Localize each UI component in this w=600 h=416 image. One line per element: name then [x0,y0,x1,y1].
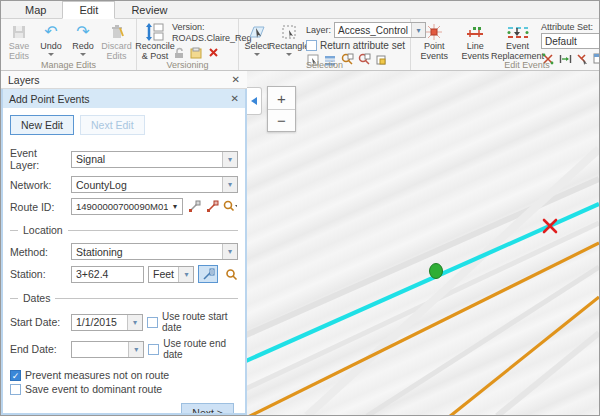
method-combobox[interactable]: Stationing ▾ [71,243,238,260]
use-route-start-date-label: Use route start date [162,311,238,333]
tab-edit[interactable]: Edit [62,1,115,19]
event-replacement-icon [506,22,530,42]
group-label-edit-events: Edit Events [411,60,600,70]
start-date-input[interactable]: 1/1/2015 ▾ [71,314,143,331]
start-date-label: Start Date: [10,316,67,328]
select-cursor-icon [248,22,266,42]
zoom-to-route-icon[interactable] [223,200,237,213]
undo-button[interactable]: ↶ Undo [36,21,66,57]
return-attribute-checkbox[interactable] [306,40,317,51]
line-events-button[interactable]: Line Events [456,21,494,63]
group-manage-edits: Save Edits ↶ Undo ↷ Redo Discard Edits M… [1,19,137,70]
event-layer-dropdown-arrow[interactable]: ▾ [222,152,237,167]
prevent-measures-label: Prevent measures not on route [25,369,169,381]
layer-label: Layer: [306,25,331,35]
end-date-input[interactable]: ▾ [71,341,144,358]
map-view[interactable]: + − [247,71,599,415]
route-id-combobox[interactable]: 14900000700090M01 ▾ [71,198,183,215]
map-zoom-control: + − [267,86,296,132]
group-edit-events: Point Events Line Events Event Replaceme… [411,19,600,70]
add-point-events-header: Add Point Events ✕ [3,89,245,108]
select-route-icon[interactable] [187,200,201,213]
point-event-marker[interactable] [430,264,443,279]
redo-icon: ↷ [76,22,89,42]
attribute-set-label: Attribute Set: [541,22,600,32]
prevent-measures-checkbox[interactable]: ✓ [10,370,21,381]
end-date-dropdown-arrow[interactable]: ▾ [128,342,143,357]
network-label: Network: [10,179,67,191]
group-selection: Select Rectangle Layer: Access_Control ▾ [239,19,411,70]
map-features [247,71,599,415]
faint-road-line [307,149,599,415]
station-input[interactable]: 3+62.4 [71,266,144,283]
line-events-icon [465,22,485,42]
station-label: Station: [10,268,67,280]
use-route-start-date-checkbox[interactable] [147,317,158,328]
app-window: Map Edit Review Save Edits ↶ Undo ↷ Redo [0,0,600,416]
new-edit-button[interactable]: New Edit [10,115,74,135]
add-point-events-title: Add Point Events [9,93,90,105]
event-layer-combobox[interactable]: Signal ▾ [71,151,238,168]
use-route-end-date-label: Use route end date [163,338,238,360]
location-section-divider: Location [10,224,238,236]
save-dominant-route-checkbox[interactable] [10,384,21,395]
group-label-versioning: Versioning [137,60,238,70]
select-button[interactable]: Select [242,21,272,57]
pick-location-on-map-button[interactable] [198,265,218,283]
zoom-out-button[interactable]: − [268,109,295,131]
delete-version-icon[interactable] [206,46,220,59]
station-units-combobox[interactable]: Feet ▾ [148,266,194,283]
next-edit-button[interactable]: Next Edit [80,115,145,135]
undo-icon: ↶ [44,22,57,42]
discard-edits-button[interactable]: Discard Edits [100,21,133,63]
tab-map[interactable]: Map [9,2,62,18]
undo-dropdown-caret[interactable] [48,53,54,56]
unlock-icon[interactable] [172,46,186,59]
save-edits-button[interactable]: Save Edits [4,21,34,63]
trash-icon [110,22,124,42]
route-id-label: Route ID: [10,201,67,213]
road-line[interactable] [248,243,599,415]
next-button[interactable]: Next > [181,403,234,413]
network-dropdown-arrow[interactable]: ▾ [222,177,237,192]
event-replacement-button[interactable]: Event Replacement [496,21,539,63]
pane-collapse-tab[interactable] [247,87,262,115]
faint-road-line [497,333,599,415]
rectangle-dropdown-caret[interactable] [286,53,292,56]
add-point-events-close-icon[interactable]: ✕ [231,93,239,104]
redo-button[interactable]: ↷ Redo [68,21,98,57]
point-events-button[interactable]: Point Events [414,21,454,63]
ribbon: Save Edits ↶ Undo ↷ Redo Discard Edits M… [1,19,599,71]
add-point-events-pane: Add Point Events ✕ New Edit Next Edit Ev… [1,89,247,415]
network-combobox[interactable]: CountyLog ▾ [71,176,238,193]
zoom-to-station-icon[interactable] [224,268,238,281]
return-attribute-label: Return attribute set [320,40,405,51]
use-route-end-date-checkbox[interactable] [148,344,159,355]
collapse-left-arrow-icon [251,97,257,105]
rectangle-button[interactable]: Rectangle [274,21,304,57]
group-label-manage-edits: Manage Edits [1,60,136,70]
method-dropdown-arrow[interactable]: ▾ [222,244,237,259]
save-icon [11,22,27,42]
attribute-set-combobox[interactable]: Default ▾ [541,33,600,49]
tab-review[interactable]: Review [115,2,183,18]
point-events-icon [425,22,443,42]
left-panel: Layers ✕ Add Point Events ✕ New Edit Nex… [1,71,247,415]
dates-section-divider: Dates [10,292,238,304]
zoom-in-button[interactable]: + [268,87,295,109]
rectangle-select-icon [281,22,297,42]
reconcile-icon [145,22,165,42]
select-dropdown-caret[interactable] [254,53,260,56]
layers-pane-header: Layers ✕ [1,71,247,89]
station-units-dropdown-arrow[interactable]: ▾ [178,267,193,282]
route-id-dropdown-arrow[interactable]: ▾ [168,202,182,211]
select-route-on-map-icon[interactable] [205,200,219,213]
reconcile-post-button[interactable]: Reconcile & Post [140,21,170,63]
post-changes-icon[interactable] [189,46,203,59]
event-layer-label: Event Layer: [10,147,67,171]
layers-close-icon[interactable]: ✕ [232,74,240,85]
start-date-dropdown-arrow[interactable]: ▾ [127,315,142,330]
method-label: Method: [10,246,67,258]
group-versioning: Reconcile & Post Version: ROADS.Claire_R… [137,19,239,70]
redo-dropdown-caret[interactable] [80,53,86,56]
